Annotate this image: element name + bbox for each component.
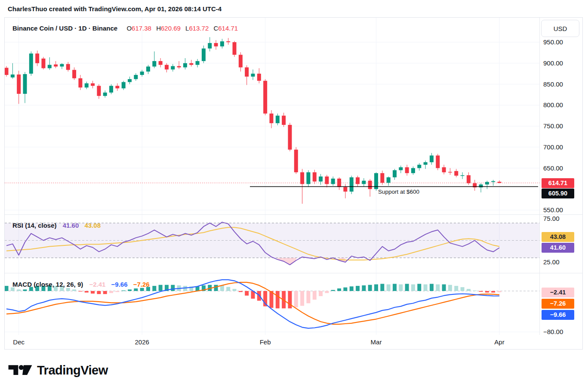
macd-hist-bar bbox=[356, 286, 360, 291]
macd-hist-bar bbox=[473, 291, 477, 291]
candle-body bbox=[208, 43, 212, 49]
macd-hist-bar bbox=[134, 288, 138, 291]
candle-body bbox=[498, 182, 502, 183]
candle-body bbox=[337, 179, 341, 187]
candle-body bbox=[66, 64, 70, 70]
macd-legend[interactable]: MACD (close, 12, 26, 9) −2.41 −9.66 −7.2… bbox=[12, 281, 154, 288]
candle-body bbox=[109, 86, 113, 93]
rsi-legend[interactable]: RSI (14, close) 41.60 43.08 bbox=[12, 222, 105, 229]
panel-divider-rsi bbox=[5, 214, 582, 215]
macd-hist-bar bbox=[430, 284, 434, 291]
macd-hist-bar bbox=[362, 285, 366, 291]
price-chart[interactable]: Support at $600 bbox=[5, 18, 539, 214]
time-label-2026: 2026 bbox=[135, 338, 149, 346]
macd-hist-bar bbox=[393, 284, 397, 291]
macd-hist-bar bbox=[214, 285, 218, 291]
candle-body bbox=[233, 42, 237, 55]
ohlc-open-value: 617.38 bbox=[132, 25, 151, 32]
rsi-title[interactable]: RSI (14, close) bbox=[12, 222, 57, 229]
symbol-legend[interactable]: Binance Coin / USD · 1D · Binance O617.3… bbox=[12, 25, 238, 32]
macd-hist-bar bbox=[5, 286, 9, 291]
macd-signal-value: −7.26 bbox=[133, 281, 150, 288]
candle-body bbox=[387, 177, 391, 183]
candle-body bbox=[78, 78, 82, 87]
macd-hist-bar bbox=[276, 291, 280, 308]
rsi-value: 41.60 bbox=[63, 222, 79, 229]
candle-body bbox=[380, 173, 384, 183]
candle-body bbox=[17, 74, 21, 94]
axis-tick: 700.00 bbox=[543, 143, 563, 151]
macd-hist-bar bbox=[374, 285, 378, 291]
candle-body bbox=[430, 155, 434, 162]
ohlc-high-label: H bbox=[156, 25, 161, 32]
macd-line-value: −9.66 bbox=[111, 281, 128, 288]
candle-body bbox=[54, 65, 58, 67]
candle-body bbox=[60, 64, 64, 67]
macd-hist-bar bbox=[109, 291, 113, 293]
candle-body bbox=[196, 61, 200, 65]
candle-body bbox=[72, 70, 76, 78]
ohlc-close-label: C bbox=[213, 25, 218, 32]
macd-hist-bar bbox=[436, 285, 440, 291]
macd-hist-bar bbox=[313, 291, 317, 300]
candle-body bbox=[226, 41, 230, 42]
axis-badge: 614.71 bbox=[542, 178, 574, 188]
candle-body bbox=[448, 172, 452, 173]
axis-tick: 850.00 bbox=[543, 80, 563, 88]
macd-hist-bar bbox=[115, 291, 119, 292]
axis-badge: −7.26 bbox=[542, 299, 574, 309]
attribution-text: CharlesThuo created with TradingView.com… bbox=[8, 5, 222, 12]
price-axis-divider bbox=[539, 18, 540, 335]
axis-tick: 800.00 bbox=[543, 101, 563, 109]
candle-body bbox=[91, 84, 95, 86]
macd-hist-bar bbox=[331, 290, 335, 291]
symbol-title[interactable]: Binance Coin / USD · 1D · Binance bbox=[12, 25, 117, 32]
candle-body bbox=[171, 66, 175, 70]
candle-body bbox=[214, 43, 218, 46]
time-label-Feb: Feb bbox=[260, 338, 271, 346]
candle-body bbox=[399, 167, 403, 170]
macd-hist-bar bbox=[226, 287, 230, 291]
macd-hist-value: −2.41 bbox=[89, 281, 105, 288]
candle-body bbox=[35, 53, 39, 63]
candle-body bbox=[159, 61, 163, 65]
candle-body bbox=[140, 71, 144, 75]
axis-badge: −2.41 bbox=[542, 288, 574, 297]
macd-hist-bar bbox=[306, 291, 310, 303]
time-axis[interactable]: Dec2026FebMarApr bbox=[5, 335, 582, 349]
ohlc-low-value: 613.72 bbox=[189, 25, 209, 32]
candle-body bbox=[165, 65, 169, 70]
macd-hist-bar bbox=[485, 291, 489, 293]
axis-tick: 900.00 bbox=[543, 59, 563, 67]
macd-title[interactable]: MACD (close, 12, 26, 9) bbox=[12, 281, 83, 288]
candle-body bbox=[189, 63, 193, 65]
macd-hist-bar bbox=[368, 285, 372, 291]
macd-hist-bar bbox=[85, 291, 89, 293]
ohlc-high-value: 620.69 bbox=[161, 25, 181, 32]
macd-hist-bar bbox=[325, 291, 329, 293]
candle-body bbox=[362, 181, 366, 184]
candle-body bbox=[417, 165, 421, 168]
candle-body bbox=[491, 181, 495, 182]
candle-body bbox=[356, 177, 360, 184]
macd-hist-bar bbox=[128, 289, 132, 291]
candle-body bbox=[424, 162, 428, 165]
axis-tick: 650.00 bbox=[543, 164, 563, 172]
chart-container: Support at $600 Binance Coin / USD · 1D … bbox=[4, 17, 583, 350]
macd-hist-bar bbox=[122, 291, 126, 291]
candle-body bbox=[479, 185, 483, 188]
candle-body bbox=[23, 74, 27, 94]
macd-hist-bar bbox=[294, 291, 298, 307]
macd-hist-bar bbox=[380, 284, 384, 291]
macd-hist-bar bbox=[72, 289, 76, 291]
macd-hist-bar bbox=[417, 284, 421, 291]
candle-body bbox=[461, 175, 465, 176]
axis-tick: 25.00 bbox=[543, 258, 560, 266]
tradingview-logo[interactable]: TradingView bbox=[8, 362, 108, 379]
currency-button[interactable]: USD bbox=[541, 20, 579, 37]
macd-hist-bar bbox=[78, 291, 82, 291]
macd-hist-bar bbox=[23, 289, 27, 291]
candle-body bbox=[306, 172, 310, 184]
macd-hist-bar bbox=[159, 285, 163, 291]
macd-hist-bar bbox=[233, 289, 237, 291]
